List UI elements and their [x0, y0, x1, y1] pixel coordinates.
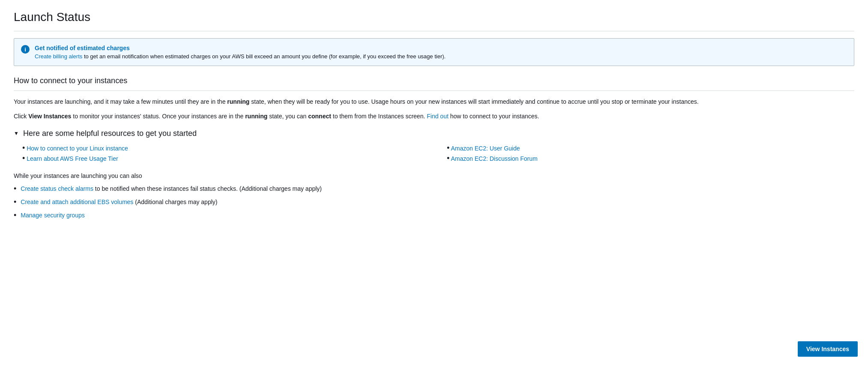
- resource-item-3: • Amazon EC2: Discussion Forum: [447, 154, 854, 162]
- connect-divider: [14, 90, 854, 91]
- info-banner-title: Get notified of estimated charges: [35, 45, 446, 51]
- bullet-icon-2: •: [22, 154, 25, 162]
- info-content: Get notified of estimated charges Create…: [35, 45, 446, 60]
- info-icon: i: [21, 45, 30, 54]
- bullet-icon-1: •: [447, 144, 449, 152]
- info-banner: i Get notified of estimated charges Crea…: [14, 38, 854, 66]
- resource-link-0[interactable]: How to connect to your Linux instance: [27, 145, 128, 152]
- while-list-item-1: • Create and attach additional EBS volum…: [14, 198, 854, 207]
- while-bullet-2: •: [14, 211, 16, 219]
- connect-para2-bold2: running: [245, 113, 267, 120]
- create-status-check-link[interactable]: Create status check alarms: [21, 185, 93, 192]
- connect-para2-pre: Click: [14, 113, 28, 120]
- while-item-0-text: Create status check alarms to be notifie…: [21, 184, 322, 193]
- chevron-down-icon: ▼: [14, 130, 19, 136]
- info-banner-body: Create billing alerts to get an email no…: [35, 53, 446, 60]
- connect-para2-mid: to monitor your instances' status. Once …: [71, 113, 245, 120]
- resources-heading: Here are some helpful resources to get y…: [23, 129, 197, 138]
- while-item-0-suffix: to be notified when these instances fail…: [93, 185, 322, 192]
- while-item-1-suffix: (Additional charges may apply): [133, 199, 217, 205]
- connect-para1-mid: state, when they will be ready for you t…: [249, 98, 698, 105]
- connect-para2-bold1: View Instances: [28, 113, 71, 120]
- connect-para2-end: how to connect to your instances.: [449, 113, 539, 120]
- connect-para2-bold3: connect: [308, 113, 331, 120]
- while-bullet-1: •: [14, 198, 16, 206]
- bullet-icon-3: •: [447, 154, 449, 162]
- while-section: While your instances are launching you c…: [14, 172, 854, 220]
- connect-heading: How to connect to your instances: [14, 76, 854, 85]
- manage-security-groups-link[interactable]: Manage security groups: [21, 212, 84, 219]
- resources-grid: • How to connect to your Linux instance …: [22, 144, 854, 162]
- resource-link-3[interactable]: Amazon EC2: Discussion Forum: [451, 155, 537, 162]
- while-list-item-0: • Create status check alarms to be notif…: [14, 184, 854, 193]
- resource-item-1: • Amazon EC2: User Guide: [447, 144, 854, 152]
- connect-para1-bold: running: [227, 98, 249, 105]
- resource-item-0: • How to connect to your Linux instance: [22, 144, 430, 152]
- page-title: Launch Status: [14, 10, 854, 24]
- create-billing-alerts-link[interactable]: Create billing alerts: [35, 53, 82, 60]
- while-item-2-text: Manage security groups: [21, 211, 84, 220]
- info-banner-body-text: to get an email notification when estima…: [82, 53, 446, 60]
- connect-para1-pre: Your instances are launching, and it may…: [14, 98, 227, 105]
- while-item-1-text: Create and attach additional EBS volumes…: [21, 198, 217, 207]
- while-bullet-0: •: [14, 185, 16, 193]
- view-instances-button[interactable]: View Instances: [798, 341, 858, 357]
- bullet-icon-0: •: [22, 144, 25, 152]
- find-out-link[interactable]: Find out: [427, 113, 449, 120]
- resource-link-2[interactable]: Learn about AWS Free Usage Tier: [27, 155, 118, 162]
- connect-para2: Click View Instances to monitor your ins…: [14, 111, 854, 121]
- connect-para2-suf: to them from the Instances screen.: [331, 113, 427, 120]
- while-list: • Create status check alarms to be notif…: [14, 184, 854, 220]
- resource-item-2: • Learn about AWS Free Usage Tier: [22, 154, 430, 162]
- connect-para1: Your instances are launching, and it may…: [14, 97, 854, 106]
- while-list-item-2: • Manage security groups: [14, 211, 854, 220]
- connect-para2-mid2: state, you can: [267, 113, 308, 120]
- create-ebs-volumes-link[interactable]: Create and attach additional EBS volumes: [21, 199, 133, 205]
- resource-link-1[interactable]: Amazon EC2: User Guide: [451, 145, 520, 152]
- title-divider: [14, 31, 854, 31]
- while-title: While your instances are launching you c…: [14, 172, 854, 179]
- resources-collapsible-header[interactable]: ▼ Here are some helpful resources to get…: [14, 129, 854, 138]
